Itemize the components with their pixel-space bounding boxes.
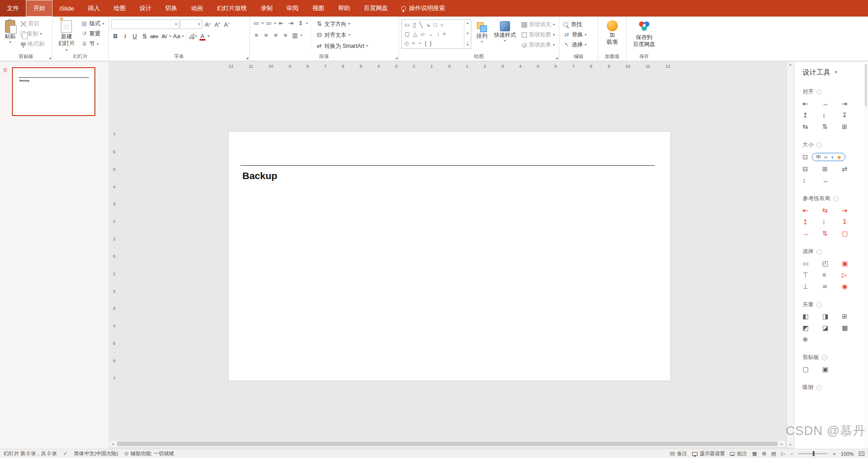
- display-settings-button[interactable]: 显示器设置: [692, 450, 725, 457]
- parallelogram-icon[interactable]: ▱: [421, 31, 425, 37]
- reset-button[interactable]: ↺ 重置: [79, 29, 106, 38]
- addins-button[interactable]: 加 载项: [604, 18, 620, 47]
- equal-width-icon[interactable]: ⊟: [803, 165, 822, 173]
- align-middle-icon[interactable]: ↕: [822, 111, 842, 119]
- rounded-rectangle-icon[interactable]: ▢: [405, 31, 410, 37]
- slide-sorter-button[interactable]: ⊞: [762, 451, 766, 457]
- guide-left-icon[interactable]: ⇤: [803, 207, 822, 214]
- select-pane-icon[interactable]: ≡: [822, 271, 842, 278]
- vector-union-icon[interactable]: ◧: [803, 313, 822, 320]
- right-brace-icon[interactable]: }: [430, 40, 432, 46]
- tab-review[interactable]: 审阅: [280, 0, 305, 17]
- align-right-button[interactable]: ≡: [271, 31, 280, 40]
- horizontal-scrollbar-thumb[interactable]: [117, 441, 778, 446]
- zoom-out-button[interactable]: −: [790, 451, 793, 457]
- align-right-icon[interactable]: ⇥: [842, 100, 862, 107]
- plus-icon[interactable]: +: [443, 31, 446, 37]
- shrink-font-button[interactable]: A▾: [213, 19, 222, 29]
- stretch-width-icon[interactable]: ↔: [822, 177, 842, 184]
- tab-baidu-netdisk[interactable]: 百度网盘: [357, 0, 395, 17]
- slide-thumbnail[interactable]: Backup: [12, 67, 95, 116]
- tab-record[interactable]: 录制: [254, 0, 280, 17]
- font-color-button[interactable]: A: [198, 32, 207, 41]
- align-bottom-icon[interactable]: ↧: [842, 111, 862, 119]
- shape-fill-button[interactable]: 形状填充: [520, 20, 557, 29]
- copy-button[interactable]: 复制: [19, 29, 46, 38]
- text-box-icon[interactable]: ▭: [405, 22, 410, 28]
- tab-help[interactable]: 帮助: [331, 0, 357, 17]
- tab-insert[interactable]: 插入: [81, 0, 107, 17]
- vector-combine-icon[interactable]: ⊞: [842, 313, 862, 320]
- italic-button[interactable]: I: [121, 32, 129, 41]
- scroll-right-icon[interactable]: ►: [778, 441, 786, 447]
- select-same-icon[interactable]: ≍: [822, 283, 842, 290]
- tab-view[interactable]: 视图: [305, 0, 331, 17]
- section-button[interactable]: ≣ 节: [79, 40, 106, 48]
- bullets-button[interactable]: ≔: [252, 19, 261, 28]
- format-painter-button[interactable]: 格式刷: [19, 40, 46, 48]
- spell-check-button[interactable]: ✓: [64, 451, 68, 457]
- dialog-launcher-icon[interactable]: [246, 56, 248, 60]
- tab-file[interactable]: 文件: [0, 0, 26, 17]
- freeform-icon[interactable]: ~: [418, 40, 422, 46]
- design-tools-header[interactable]: 设计工具: [794, 68, 868, 77]
- distribute-vertical-icon[interactable]: ⇅: [822, 123, 842, 130]
- stretch-height-icon[interactable]: ↕: [803, 177, 822, 184]
- gallery-scroll-down-icon[interactable]: ▾: [467, 32, 469, 35]
- visibility-icon[interactable]: ◉: [842, 283, 862, 290]
- select-above-icon[interactable]: ⊤: [803, 271, 822, 278]
- vector-subtract-icon[interactable]: ◨: [822, 313, 842, 320]
- vector-fragment-icon[interactable]: ◪: [822, 324, 842, 331]
- reading-view-button[interactable]: ▤: [771, 451, 776, 457]
- magic-tool-icon[interactable]: ◆: [837, 154, 841, 160]
- paste-button[interactable]: 粘贴: [2, 18, 18, 46]
- rectangle-icon[interactable]: □: [434, 22, 437, 28]
- columns-button[interactable]: ▥: [291, 31, 299, 40]
- vector-insert-icon[interactable]: ⊕: [803, 336, 822, 343]
- select-run-icon[interactable]: ▷: [842, 271, 862, 278]
- character-spacing-button[interactable]: AV: [160, 32, 169, 41]
- notes-button[interactable]: 备注: [670, 450, 687, 457]
- sidebar-scrollbar-thumb[interactable]: [865, 64, 867, 106]
- scroll-up-icon[interactable]: ▲: [789, 63, 792, 66]
- font-size-combobox[interactable]: [180, 19, 202, 29]
- guide-bottom-icon[interactable]: ↧: [842, 218, 862, 226]
- swap-size-icon[interactable]: ⇄: [842, 165, 862, 173]
- guide-width-icon[interactable]: ↔: [803, 230, 822, 237]
- normal-view-button[interactable]: ▦: [752, 451, 757, 457]
- shape-effects-button[interactable]: 形状效果: [520, 41, 557, 49]
- underline-button[interactable]: U: [130, 32, 139, 41]
- dialog-launcher-icon[interactable]: [395, 56, 398, 60]
- comments-button[interactable]: 批注: [730, 450, 747, 457]
- vector-grid-icon[interactable]: ▦: [842, 324, 862, 331]
- tell-me-search[interactable]: 操作说明搜索: [401, 0, 445, 17]
- line-icon[interactable]: ╲: [419, 22, 422, 28]
- line-spacing-button[interactable]: ⇕: [296, 19, 305, 28]
- select-button[interactable]: ↖ 选择: [562, 41, 588, 49]
- convert-to-smartart-button[interactable]: ⇄ 转换为 SmartArt: [314, 41, 370, 51]
- guide-center-vertical-icon[interactable]: ⇆: [822, 207, 842, 214]
- increase-indent-button[interactable]: ⇥: [287, 19, 295, 28]
- highlight-pen-icon[interactable]: [188, 34, 195, 39]
- justify-button[interactable]: ≡: [281, 31, 290, 40]
- accessibility-status[interactable]: ⊙ 辅助功能: 一切就绪: [124, 450, 174, 457]
- down-arrow-icon[interactable]: ↓: [437, 31, 440, 37]
- align-text-button[interactable]: ⊟ 对齐文本: [314, 30, 370, 40]
- vector-intersect-icon[interactable]: ◩: [803, 324, 822, 331]
- zoom-slider[interactable]: [798, 453, 827, 454]
- guide-height-icon[interactable]: ⇅: [822, 230, 842, 237]
- align-grid-icon[interactable]: ⊞: [842, 123, 862, 130]
- layout-button[interactable]: ▤ 版式: [79, 19, 106, 28]
- guide-right-icon[interactable]: ⇥: [842, 207, 862, 214]
- scroll-down-icon[interactable]: ▼: [789, 443, 792, 446]
- select-all-icon[interactable]: ▭: [803, 260, 822, 267]
- diamond-icon[interactable]: ◇: [405, 40, 409, 46]
- clipboard-paste-icon[interactable]: ▣: [822, 365, 842, 373]
- zoom-in-button[interactable]: +: [833, 451, 835, 457]
- text-shadow-button[interactable]: S: [140, 32, 149, 41]
- align-center-horizontal-icon[interactable]: ↔: [822, 100, 842, 107]
- font-name-combobox[interactable]: [111, 19, 179, 29]
- right-arrow-icon[interactable]: →: [428, 31, 434, 37]
- curve-icon[interactable]: ≈: [412, 40, 415, 46]
- guide-top-icon[interactable]: ↥: [803, 218, 822, 226]
